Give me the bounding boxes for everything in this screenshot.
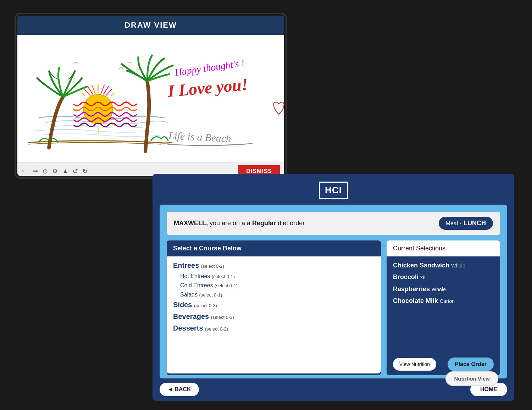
course-cold-entrees[interactable]: Cold Entrees (select 0-1) <box>173 282 375 289</box>
selection-chocolate-milk: Chocolate Milk Carton <box>393 297 494 305</box>
draw-canvas[interactable]: Happy thought's ! I Love you! Life is a … <box>17 35 284 162</box>
view-nutrition-button[interactable]: View Nutrition <box>393 358 436 371</box>
course-list: Entrees (select 0-2) Hot Entrees (select… <box>167 256 381 373</box>
fill-icon[interactable]: ▲ <box>62 167 68 175</box>
course-sides[interactable]: Sides (select 0-3) <box>173 301 375 309</box>
draw-view-title: DRAW VIEW <box>17 16 284 35</box>
hci-logo: HCI <box>319 182 348 199</box>
course-entrees[interactable]: Entrees (select 0-2) <box>173 261 375 270</box>
paint-icon[interactable]: ⚙ <box>52 167 58 175</box>
selection-chicken-sandwich: Chicken Sandwich Whole <box>393 261 494 270</box>
course-beverages[interactable]: Beverages (select 0-3) <box>173 312 375 321</box>
redo-icon[interactable]: ↻ <box>82 167 88 175</box>
course-salads[interactable]: Salads (select 0-1) <box>173 292 375 298</box>
hci-body: MAXWELL, you are on a a Regular diet ord… <box>160 205 507 378</box>
selection-raspberries: Raspberries Whole <box>393 285 494 293</box>
course-panel-header: Select a Course Below <box>167 240 381 256</box>
draw-view-panel: DRAW VIEW <box>16 14 286 177</box>
hci-header: HCI <box>153 174 514 205</box>
meal-badge: Meal - LUNCH <box>439 217 493 230</box>
course-panel: Select a Course Below Entrees (select 0-… <box>167 240 381 375</box>
undo-icon[interactable]: ↺ <box>73 167 78 175</box>
nutrition-view-label[interactable]: Nutrition View <box>445 371 498 386</box>
main-content-area: Select a Course Below Entrees (select 0-… <box>167 240 500 375</box>
diet-info-bar: MAXWELL, you are on a a Regular diet ord… <box>167 212 500 235</box>
selection-broccoli: Broccoli x8 <box>393 273 494 281</box>
selections-header: Current Selections <box>387 240 500 256</box>
hci-ordering-panel: HCI MAXWELL, you are on a a Regular diet… <box>153 174 514 401</box>
course-desserts[interactable]: Desserts (select 0-2) <box>173 324 375 332</box>
selections-list: Chicken Sandwich Whole Broccoli x8 Raspb… <box>387 256 500 353</box>
back-button[interactable]: ◄ BACK <box>160 383 199 396</box>
diet-message: MAXWELL, you are on a a Regular diet ord… <box>174 220 305 227</box>
close-icon[interactable]: × <box>22 168 24 174</box>
place-order-button[interactable]: Place Order <box>448 358 494 371</box>
selections-panel: Current Selections Chicken Sandwich Whol… <box>387 240 500 375</box>
circle-icon[interactable]: ⊙ <box>43 167 48 175</box>
pen-icon[interactable]: ✏ <box>33 167 38 175</box>
course-hot-entrees[interactable]: Hot Entrees (select 0-1) <box>173 273 375 279</box>
